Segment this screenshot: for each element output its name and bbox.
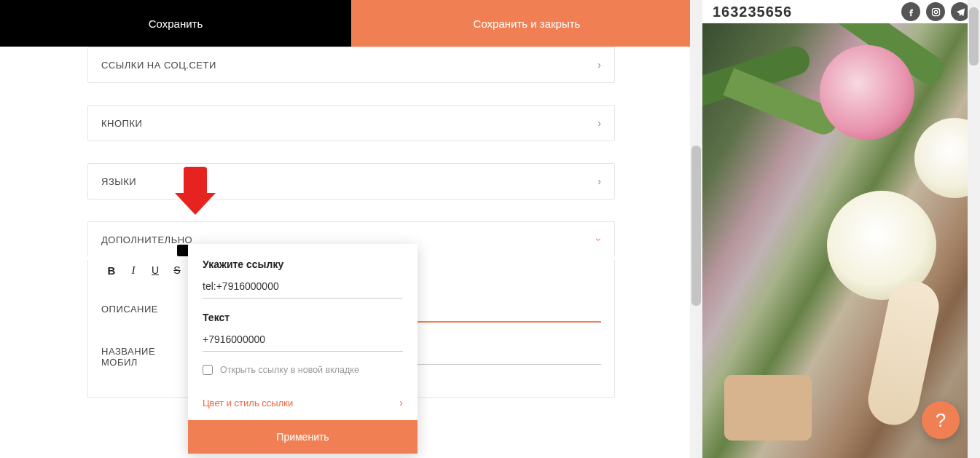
strike-button[interactable]: S [167, 260, 187, 280]
top-action-bar: Сохранить Сохранить и закрыть [0, 0, 702, 47]
svg-point-8 [937, 9, 938, 10]
panel-buttons[interactable]: КНОПКИ › [87, 105, 615, 141]
right-scrollbar-track[interactable] [968, 0, 980, 458]
link-url-label: Укажите ссылку [203, 258, 403, 270]
italic-button[interactable]: I [123, 260, 144, 280]
field-label: ОПИСАНИЕ [101, 298, 181, 315]
header-socials [901, 2, 970, 21]
flower-decor [820, 45, 914, 140]
paper-decor [724, 375, 812, 441]
header-phone-fragment: 163235656 [713, 4, 792, 20]
facebook-icon[interactable] [901, 2, 920, 21]
link-style-row[interactable]: Цвет и стиль ссылки › [203, 388, 403, 420]
panel-label: ЯЗЫКИ [101, 176, 136, 187]
panel-social-links[interactable]: ССЫЛКИ НА СОЦ.СЕТИ › [87, 47, 615, 83]
panel-languages[interactable]: ЯЗЫКИ › [87, 163, 615, 200]
left-scrollbar-thumb[interactable] [691, 146, 701, 306]
instagram-icon[interactable] [926, 2, 945, 21]
panel-label: ДОПОЛНИТЕЛЬНО [101, 234, 192, 245]
left-scrollbar-track[interactable] [690, 0, 702, 458]
link-editor-popup: Укажите ссылку Текст Открыть ссылку в но… [188, 244, 418, 454]
link-text-label: Текст [203, 312, 403, 323]
link-url-input[interactable] [203, 277, 403, 299]
open-new-tab-label: Открыть ссылку в новой вкладке [220, 365, 359, 375]
help-button[interactable]: ? [922, 401, 960, 439]
apply-button[interactable]: Применить [188, 420, 418, 454]
preview-hero: Н ЫЙ, М [702, 23, 980, 458]
save-close-button[interactable]: Сохранить и закрыть [351, 0, 702, 47]
open-new-tab-checkbox[interactable] [203, 365, 213, 375]
field-label: НАЗВАНИЕ МОБИЛ [101, 340, 181, 368]
svg-point-7 [934, 10, 937, 13]
chevron-right-icon: › [597, 117, 601, 129]
right-scrollbar-thumb[interactable] [969, 7, 979, 66]
chevron-right-icon: › [399, 397, 403, 408]
save-button[interactable]: Сохранить [0, 0, 351, 47]
link-style-label: Цвет и стиль ссылки [203, 398, 293, 408]
chevron-down-icon: › [594, 238, 605, 242]
underline-button[interactable]: U [145, 260, 165, 280]
panel-label: ССЫЛКИ НА СОЦ.СЕТИ [101, 60, 216, 71]
preview-header: 163235656 [702, 0, 980, 23]
link-text-input[interactable] [203, 331, 403, 352]
chevron-right-icon: › [597, 59, 601, 71]
site-preview: 163235656 Н ЫЙ, М ? [702, 0, 980, 458]
chevron-right-icon: › [597, 175, 601, 187]
bold-button[interactable]: B [101, 260, 122, 280]
panel-label: КНОПКИ [101, 118, 142, 129]
